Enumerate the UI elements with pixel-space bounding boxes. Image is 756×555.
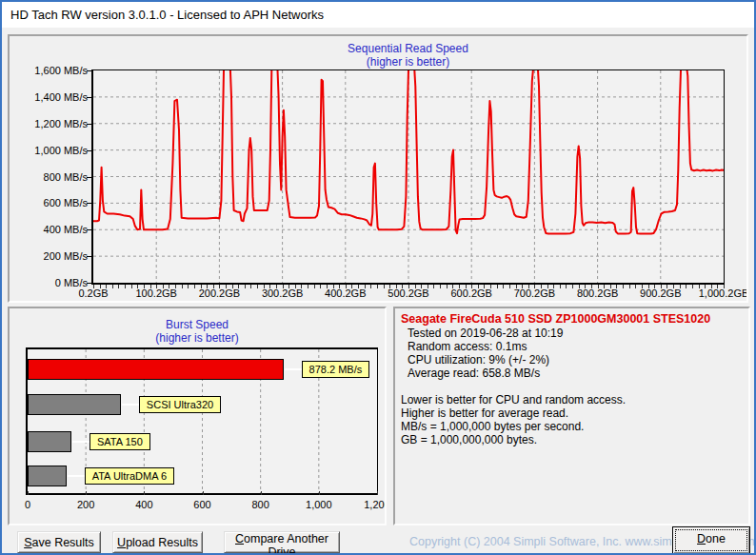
note-lower: Lower is better for CPU and random acces… [401, 393, 743, 406]
note-mbs: MB/s = 1,000,000 bytes per second. [401, 420, 743, 433]
y-axis-tick [87, 203, 91, 204]
average-read: Average read: 658.8 MB/s [401, 367, 743, 380]
compare-accel: C [235, 532, 244, 545]
y-axis-tick [87, 229, 91, 230]
note-gb: GB = 1,000,000,000 bytes. [401, 433, 743, 446]
sequential-read-plot [91, 69, 725, 285]
x-axis-label: 400.2GB [325, 287, 366, 299]
sequential-read-svg [93, 70, 724, 283]
bar-label: ATA UltraDMA 6 [85, 467, 174, 485]
burst-axis-label: 200 [77, 499, 94, 510]
y-axis-label: 1,000 MB/s [10, 145, 88, 156]
burst-speed-plot: 878.2 MB/sSCSI Ultra320SATA 150ATA Ultra… [26, 347, 378, 495]
save-rest: ave Results [32, 536, 94, 549]
x-axis-label: 600.2GB [450, 287, 491, 299]
note-higher: Higher is better for average read. [401, 406, 743, 420]
bar-label-connector [68, 475, 85, 477]
y-axis-label: 800 MB/s [10, 171, 88, 183]
burst-axis-tick [377, 491, 378, 495]
burst-axis-label: 600 [193, 499, 210, 510]
y-axis-label: 1,400 MB/s [10, 91, 88, 103]
y-axis-tick [87, 70, 91, 71]
done-button-inner: Done [675, 529, 747, 551]
compare-another-drive-button[interactable]: Compare Another Drive [224, 531, 340, 553]
burst-axis-label: 800 [251, 499, 269, 510]
drive-name: Seagate FireCuda 510 SSD ZP1000GM30001 S… [401, 312, 743, 326]
compare-rest: ompare Another Drive [244, 532, 328, 555]
burst-bar [28, 394, 121, 415]
y-axis-label: 1,200 MB/s [10, 118, 88, 129]
bar-label-connector [122, 404, 139, 406]
sequential-chart-subtitle: (higher is better) [91, 55, 725, 69]
y-axis-label: 1,600 MB/s [10, 65, 88, 76]
burst-axis-tick [28, 491, 29, 495]
y-axis-label: 200 MB/s [10, 250, 88, 262]
burst-axis-label: 400 [135, 499, 152, 510]
x-axis-label: 300.2GB [262, 287, 303, 299]
window-title: HD Tach RW version 3.0.1.0 - Licensed to… [10, 8, 324, 22]
burst-axis-label: 1,000 [306, 499, 332, 510]
done-rest: one [706, 532, 726, 545]
burst-axis-tick [86, 491, 87, 495]
tested-on: Tested on 2019-06-28 at 10:19 [401, 327, 743, 340]
bar-label: 878.2 MB/s [302, 361, 370, 378]
x-axis-label: 700.2GB [514, 287, 555, 299]
burst-axis-tick [203, 491, 204, 495]
bar-label: SATA 150 [90, 433, 150, 450]
y-axis-tick [87, 150, 91, 151]
upload-rest: pload Results [126, 536, 198, 549]
title-bar[interactable]: HD Tach RW version 3.0.1.0 - Licensed to… [2, 2, 754, 28]
random-access: Random access: 0.1ms [401, 340, 743, 353]
upload-results-button[interactable]: Upload Results [112, 531, 203, 553]
y-axis-label: 600 MB/s [10, 197, 88, 208]
bar-label-connector [285, 368, 302, 370]
sequential-read-panel: Sequential Read Speed (higher is better)… [8, 34, 748, 303]
x-axis-label: 800.2GB [577, 287, 618, 299]
spacer [401, 380, 743, 393]
upload-accel: U [117, 536, 126, 549]
done-accel: D [697, 532, 706, 545]
burst-axis-tick [144, 491, 145, 495]
x-axis-label: 900.2GB [640, 287, 681, 299]
app-window: HD Tach RW version 3.0.1.0 - Licensed to… [0, 0, 756, 555]
burst-axis-label: 1,200 [364, 499, 387, 510]
done-button[interactable]: Done [672, 526, 750, 554]
burst-bar [28, 359, 284, 380]
y-axis-label: 0 MB/s [10, 277, 88, 288]
x-axis-label: 0.2GB [78, 287, 108, 299]
burst-axis-tick [319, 491, 320, 495]
drive-info-panel: Seagate FireCuda 510 SSD ZP1000GM30001 S… [393, 307, 750, 525]
burst-axis-label: 0 [25, 499, 30, 510]
burst-speed-panel: Burst Speed (higher is better) 878.2 MB/… [8, 307, 387, 525]
sequential-chart-title: Sequential Read Speed [91, 42, 725, 55]
x-axis-label: 1,000.2GB [699, 287, 748, 299]
burst-bar [28, 466, 67, 486]
bar-label: SCSI Ultra320 [139, 396, 221, 413]
bar-label-connector [72, 441, 90, 443]
burst-bar [28, 431, 71, 452]
burst-axis-tick [261, 491, 262, 495]
y-axis-tick [87, 97, 91, 98]
y-axis-tick [87, 177, 91, 178]
x-axis-label: 100.2GB [135, 287, 176, 299]
x-axis-label: 500.2GB [388, 287, 428, 299]
x-axis-label: 200.2GB [199, 287, 240, 299]
save-results-button[interactable]: Save Results [17, 531, 101, 553]
y-axis-tick [87, 283, 91, 284]
burst-chart-title: Burst Speed [10, 318, 385, 331]
y-axis-label: 400 MB/s [10, 224, 88, 235]
y-axis-tick [87, 256, 91, 257]
save-accel: S [24, 536, 31, 549]
y-axis-tick [87, 124, 91, 125]
cpu-utilization: CPU utilization: 9% (+/- 2%) [401, 353, 743, 367]
burst-chart-subtitle: (higher is better) [10, 331, 385, 345]
